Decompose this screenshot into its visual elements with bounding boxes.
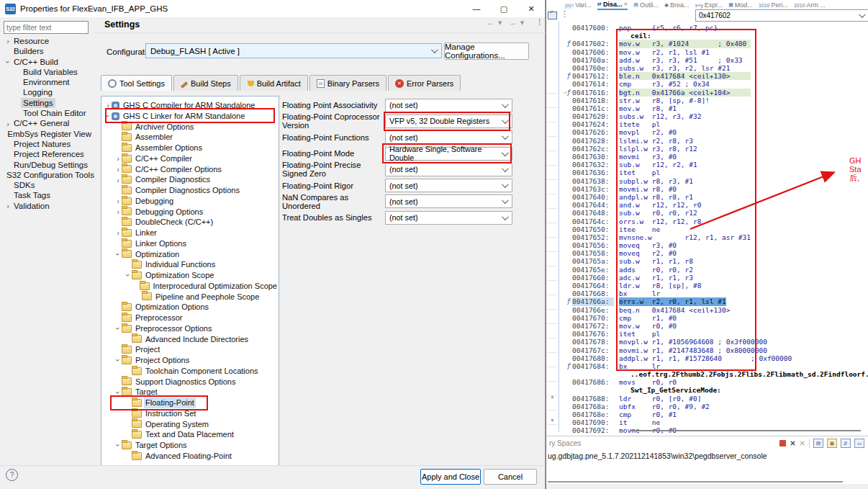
disasm-line[interactable]: 0041765a:sub.w r1, r1, r8	[559, 257, 868, 265]
disassembly-gutter[interactable]	[546, 22, 559, 432]
gutter-cell[interactable]	[559, 104, 572, 112]
sidebar-item-validation[interactable]: ›Validation	[1, 201, 94, 211]
disasm-line[interactable]: 0041764c:orrs.w r12, r12, r8	[559, 217, 868, 225]
tool-tree-item-toolchain-component-locations[interactable]: Toolchain Component Locations	[101, 366, 279, 377]
disasm-line[interactable]: 00417688:ldr r0, [r0, #0]	[559, 395, 868, 403]
tool-tree-item-compiler-diagnostics-options[interactable]: Compiler Diagnostics Options	[101, 185, 279, 196]
option-select-floating-point-rigor[interactable]: (not set)	[385, 179, 512, 192]
manage-configurations-button[interactable]: Manage Configurations...	[444, 42, 529, 60]
sidebar-item-logging[interactable]: Logging	[1, 87, 94, 97]
gutter-cell[interactable]	[559, 56, 572, 64]
gutter-cell[interactable]	[559, 217, 572, 225]
disasm-line[interactable]: 00417636:itet pl	[559, 169, 868, 176]
tool-tree-item-archiver-options[interactable]: Archiver Options	[101, 122, 279, 133]
sidebar-item-resource[interactable]: ›Resource	[1, 36, 94, 46]
disasm-label-line[interactable]: ceil:	[559, 32, 868, 40]
sidebar-item-task-tags[interactable]: Task Tags	[1, 190, 94, 200]
gutter-cell[interactable]	[559, 346, 572, 354]
disasm-line[interactable]: 0041768e:cmp r0, #1	[559, 411, 868, 418]
disasm-line[interactable]: 0041768a:ubfx r0, r0, #9, #2	[559, 403, 868, 411]
gutter-cell[interactable]	[559, 64, 572, 72]
gutter-cell[interactable]	[559, 24, 572, 32]
disasm-line[interactable]: 00417690:it ne	[559, 418, 868, 426]
disasm-line[interactable]: ƒ00417602:mov.w r3, #1024 ; 0x400	[559, 40, 868, 48]
disasm-line[interactable]: 0041762c:lslpl.w r3, r8, r12	[559, 145, 868, 153]
sidebar-item-s32-configuration-tools[interactable]: S32 Configuration Tools	[1, 170, 94, 180]
sidebar-item-builders[interactable]: Builders	[1, 46, 94, 56]
pin-console-icon[interactable]: ⇵	[841, 439, 851, 448]
help-button[interactable]: ?	[6, 469, 18, 481]
disasm-line[interactable]: 0041761c:mov.w r8, #1	[559, 104, 868, 112]
gutter-cell[interactable]	[559, 290, 572, 297]
option-select-floating-point-coprocessor-version[interactable]: VFP v5, 32 Double Registers	[385, 115, 512, 128]
tree-expander-icon[interactable]: ›	[4, 202, 12, 210]
disasm-line[interactable]: 00417600:pop {r5, r6, r7, pc}	[559, 24, 868, 32]
disasm-line[interactable]: 00417626:movpl r2, #0	[559, 128, 868, 136]
tool-tree-item-assembler[interactable]: Assembler	[101, 132, 279, 143]
remove-all-launches-icon[interactable]: ✕	[800, 439, 805, 447]
gutter-cell[interactable]	[559, 426, 572, 434]
cancel-button[interactable]: Cancel	[484, 469, 537, 485]
gutter-cell[interactable]	[559, 161, 572, 169]
console-hscrollbar[interactable]	[548, 481, 843, 483]
clear-console-icon[interactable]: ▤	[813, 439, 823, 448]
gutter-cell[interactable]	[559, 403, 572, 411]
gutter-cell[interactable]	[559, 128, 572, 136]
gutter-cell[interactable]	[559, 32, 572, 40]
sidebar-item-run-debug-settings[interactable]: Run/Debug Settings	[1, 160, 94, 170]
tree-expander-icon[interactable]: ›	[114, 176, 122, 184]
gutter-cell[interactable]	[559, 378, 572, 386]
tool-tree-item-project-options[interactable]: ›Project Options	[101, 355, 279, 366]
disasm-line[interactable]: 0041767c:movmi.w r1, #2147483648 ; 0x800…	[559, 346, 868, 354]
tree-expander-icon[interactable]: ›	[4, 120, 12, 127]
gutter-cell[interactable]	[559, 282, 572, 290]
tool-tree-item-pipeline-and-peephole-scope[interactable]: Pipeline and Peephole Scope	[101, 292, 279, 302]
sidebar-item-embsys-register-view[interactable]: EmbSys Register View	[1, 129, 94, 139]
gutter-cell[interactable]	[559, 257, 572, 265]
option-select-floating-point-precise-signed-zero[interactable]: (not set)	[385, 163, 512, 176]
gutter-cell[interactable]	[559, 314, 572, 322]
gutter-cell[interactable]	[559, 137, 572, 145]
tab-error-parsers[interactable]: ✕Error Parsers	[388, 75, 461, 91]
disasm-line[interactable]: ƒ00417684:bx lr	[559, 362, 868, 370]
disassembly-hscrollbar[interactable]	[630, 430, 861, 431]
view-tab-brea-[interactable]: ◉Brea...	[664, 1, 690, 9]
tree-expander-icon[interactable]: ›	[114, 208, 122, 215]
configuration-select[interactable]: Debug_FLASH [ Active ]	[145, 43, 442, 58]
view-tab-vari-[interactable]: (x)=Vari...	[565, 1, 592, 9]
disasm-label-line[interactable]: ..eof.trg.2Fthumb2.2Fobjs.2Flibs.2Flibma…	[559, 370, 868, 378]
gutter-cell[interactable]	[559, 418, 572, 426]
maximize-icon[interactable]: ▢	[490, 0, 517, 17]
tree-expander-icon[interactable]: ›	[125, 272, 132, 279]
tool-tree-item-ghs-c-linker-for-arm-standalone[interactable]: ›GHS C Linker for ARM Standalone	[101, 111, 279, 122]
gutter-cell[interactable]	[559, 274, 572, 282]
sidebar-item-settings[interactable]: Settings	[1, 98, 94, 108]
disasm-line[interactable]: 00417638:subpl.w r8, r3, #1	[559, 177, 868, 185]
gutter-cell[interactable]	[559, 306, 572, 314]
view-tab-mod-[interactable]: ▦Mod...	[728, 1, 753, 9]
gutter-cell[interactable]	[559, 48, 572, 56]
scroll-up-icon[interactable]: ▲	[550, 394, 555, 399]
tree-expander-icon[interactable]: ›	[104, 112, 112, 120]
disasm-line[interactable]: 00417676:itet pl	[559, 330, 868, 338]
sidebar-item-environment[interactable]: Environment	[1, 77, 94, 87]
tool-tree-item-optimization-options[interactable]: Optimization Options	[101, 302, 279, 313]
tree-expander-icon[interactable]: ›	[4, 58, 12, 66]
disasm-line[interactable]: 00417652:mvnsne.w r12, r1, asr #31	[559, 233, 868, 241]
gutter-cell[interactable]	[559, 322, 572, 330]
disasm-label-line[interactable]: Swt_Ip_GetServiceMode:	[559, 386, 868, 394]
disasm-line[interactable]: 0041765e:adds r0, r0, r2	[559, 266, 868, 274]
disasm-line[interactable]: 0041760a:add.w r3, r3, #51 ; 0x33	[559, 56, 868, 64]
gutter-cell[interactable]	[559, 185, 572, 193]
disasm-line[interactable]: 00417656:moveq r3, #0	[559, 241, 868, 249]
disasm-line[interactable]: 00417680:addpl.w r1, r1, #15728640 ; 0xf…	[559, 354, 868, 362]
view-tab-expr-[interactable]: x+yExpr...	[695, 1, 723, 9]
tool-tree-item-floating-point[interactable]: Floating-Point	[101, 398, 279, 408]
sidebar-item-project-references[interactable]: Project References	[1, 149, 94, 159]
gutter-cell[interactable]	[559, 370, 572, 378]
tree-expander-icon[interactable]: ›	[4, 37, 12, 45]
gutter-cell[interactable]	[559, 338, 572, 346]
gutter-cell[interactable]	[559, 354, 572, 362]
tree-expander-icon[interactable]: ›	[114, 197, 122, 205]
sidebar-item-c-c-build[interactable]: ›C/C++ Build	[1, 57, 94, 67]
